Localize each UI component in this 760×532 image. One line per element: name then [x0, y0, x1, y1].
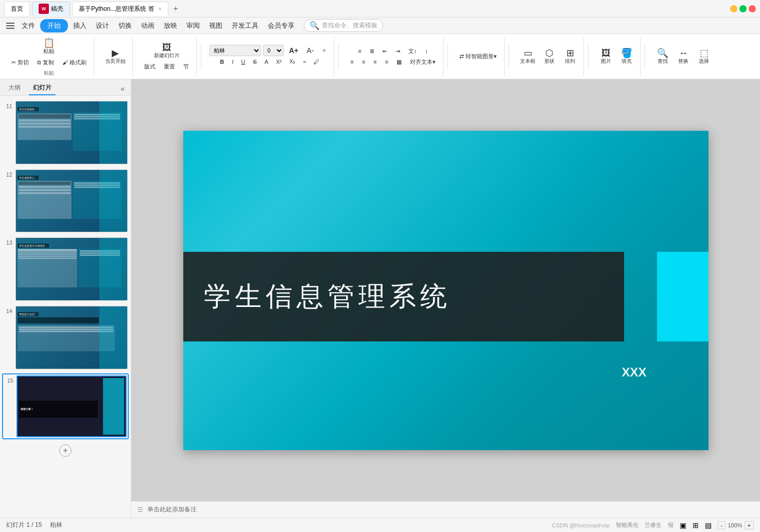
wps-tab-label: 稿壳: [51, 5, 63, 13]
indent-right-button[interactable]: ⇥: [392, 47, 403, 56]
slide-canvas[interactable]: 学生信息管理系统 XXX: [131, 79, 760, 501]
char-spacing-button[interactable]: ≈: [300, 58, 309, 66]
arrange-button[interactable]: ⊞ 排列: [561, 47, 579, 66]
menu-view[interactable]: 视图: [205, 19, 227, 32]
menu-design[interactable]: 设计: [92, 19, 113, 32]
slide-count-info: 幻灯片 1 / 15: [6, 521, 42, 529]
paste-button[interactable]: 📋 粘贴: [36, 37, 62, 57]
comment-bar: ☰ 单击此处添加备注: [131, 501, 760, 518]
picture-button[interactable]: 🖼 图片: [597, 47, 615, 66]
zoom-out-button[interactable]: -: [718, 521, 726, 529]
align-center-button[interactable]: ≡: [359, 58, 368, 66]
layout-button[interactable]: 版式: [141, 62, 159, 72]
reading-view-button[interactable]: ▤: [705, 521, 712, 529]
convert-shape-button[interactable]: ⇄ 转智能图形▾: [456, 52, 500, 61]
normal-view-button[interactable]: ▣: [680, 521, 686, 529]
menu-dev[interactable]: 开发工具: [228, 19, 263, 32]
copy-button[interactable]: ⧉ 复制: [34, 58, 57, 67]
hamburger-menu[interactable]: [4, 21, 16, 31]
italic-button[interactable]: I: [229, 58, 236, 66]
menu-file[interactable]: 文件: [18, 19, 39, 32]
zoom-in-button[interactable]: +: [745, 521, 754, 529]
text-direction-button[interactable]: 文↕: [405, 46, 420, 56]
picture-icon: 🖼: [601, 48, 611, 58]
highlight-button[interactable]: 🖊: [310, 58, 322, 66]
columns-button[interactable]: ▦: [393, 58, 405, 66]
add-comment-text[interactable]: 单击此处添加备注: [147, 505, 197, 514]
align-text-button[interactable]: 对齐文本▾: [407, 57, 439, 67]
slide-item-11[interactable]: 11 学生信息修改：: [2, 100, 129, 165]
menu-transition[interactable]: 切换: [114, 19, 136, 32]
textbox-button[interactable]: ▭ 文本框: [517, 47, 538, 66]
menu-start-active[interactable]: 开始: [40, 19, 68, 32]
font-family-select[interactable]: 柏林: [210, 45, 261, 56]
font-size-up-button[interactable]: A+: [286, 45, 301, 56]
ribbon-group-play: ▶ 当页开始: [98, 37, 133, 76]
cut-button[interactable]: ✂ 剪切: [8, 58, 32, 67]
tab-document[interactable]: 基于Python...息管理系统 答 ×: [72, 2, 168, 16]
format-paint-button[interactable]: 🖌 格式刷: [59, 58, 90, 67]
para-row2: ≡ ≡ ≡ ≡ ▦ 对齐文本▾: [347, 57, 439, 67]
shape-button[interactable]: ⬡ 形状: [540, 47, 559, 66]
menu-vip[interactable]: 会员专享: [264, 19, 299, 32]
list-number-button[interactable]: ≣: [367, 47, 377, 56]
indent-left-button[interactable]: ⇤: [379, 47, 390, 56]
menu-review[interactable]: 审阅: [182, 19, 204, 32]
select-button[interactable]: ⬚ 选择: [695, 47, 713, 66]
select-icon: ⬚: [700, 48, 709, 58]
csdn-watermark: CSDN @hivezuopinvip: [552, 522, 610, 528]
font-size-down-button[interactable]: A-: [303, 45, 317, 56]
add-slide-button[interactable]: +: [59, 444, 72, 457]
fill-button[interactable]: 🪣 填充: [617, 47, 636, 66]
slide-item-14[interactable]: 14 界面设计总结：: [2, 305, 129, 370]
slide-number-15: 15: [4, 375, 13, 384]
clear-format-button[interactable]: ✧: [319, 46, 330, 55]
slide-sorter-button[interactable]: ⊞: [693, 521, 699, 529]
report-label[interactable]: 报: [668, 521, 673, 529]
menu-playback[interactable]: 放映: [160, 19, 181, 32]
font-size-select[interactable]: 0 12 18 24 36 48: [263, 45, 284, 56]
add-tab-button[interactable]: +: [170, 4, 181, 13]
bold-button[interactable]: B: [217, 58, 227, 66]
main-slide: 学生信息管理系统 XXX: [183, 131, 709, 450]
collapse-panel-button[interactable]: «: [118, 82, 127, 95]
thumb-title-14: 界面设计总结：: [18, 312, 39, 316]
align-left-button[interactable]: ≡: [347, 58, 356, 66]
maximize-button[interactable]: [739, 5, 747, 12]
tab-home[interactable]: 首页: [4, 2, 30, 16]
close-button[interactable]: [749, 5, 756, 12]
replace-button[interactable]: ↔ 替换: [674, 47, 693, 66]
find-button[interactable]: 🔍 查找: [653, 47, 672, 66]
paste-group-label: 粘贴: [44, 70, 54, 77]
tab-slides[interactable]: 幻灯片: [29, 81, 56, 95]
ai-label[interactable]: 兰睿生: [645, 521, 662, 529]
find-row: 🔍 查找 ↔ 替换 ⬚ 选择: [653, 47, 713, 66]
subscript-button[interactable]: X₂: [286, 57, 298, 66]
slide-item-13[interactable]: 13 学生信息显示与成绩表：: [2, 236, 129, 302]
strikethrough-button[interactable]: S: [250, 58, 260, 66]
smart-beautify-label[interactable]: 智能美化: [616, 521, 638, 529]
menu-animation[interactable]: 动画: [137, 19, 159, 32]
slide-item-12[interactable]: 12 学生成绩录入：: [2, 168, 129, 234]
line-height-button[interactable]: ↕: [422, 47, 431, 55]
search-bar[interactable]: 🔍 查找命令、搜索模板: [304, 19, 383, 32]
menu-insert[interactable]: 插入: [69, 19, 91, 32]
list-bullet-button[interactable]: ≡: [355, 47, 365, 55]
slide-subtitle: XXX: [621, 365, 646, 380]
start-play-button[interactable]: ▶ 当页开始: [102, 47, 128, 66]
font-color-button[interactable]: A: [262, 58, 271, 66]
superscript-button[interactable]: X²: [273, 58, 285, 66]
align-right-button[interactable]: ≡: [370, 58, 379, 66]
ribbon-divider2: [338, 44, 339, 70]
minimize-button[interactable]: [730, 5, 737, 12]
tab-wps[interactable]: W 稿壳: [32, 2, 70, 16]
align-justify-button[interactable]: ≡: [382, 58, 391, 66]
close-tab-icon[interactable]: ×: [159, 6, 162, 12]
slide-item-15[interactable]: 15 谢谢大家！: [2, 373, 129, 439]
reset-button[interactable]: 重置: [161, 62, 178, 72]
tab-outline[interactable]: 大纲: [4, 81, 25, 95]
new-slide-button[interactable]: 🖼 新建幻灯片: [151, 41, 182, 61]
section-button[interactable]: 节: [180, 62, 192, 72]
zoom-level: 100%: [728, 522, 742, 528]
underline-button[interactable]: U: [238, 58, 248, 66]
